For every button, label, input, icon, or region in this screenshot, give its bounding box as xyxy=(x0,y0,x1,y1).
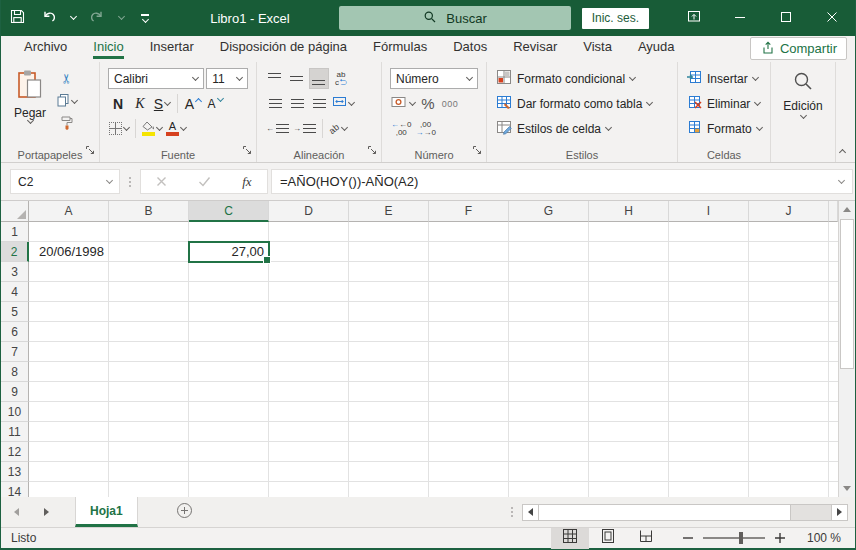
cell-F6[interactable] xyxy=(429,322,509,342)
cell-B11[interactable] xyxy=(109,422,189,442)
cell-I13[interactable] xyxy=(669,462,749,482)
share-button[interactable]: Compartir xyxy=(750,37,847,60)
cell-C14[interactable] xyxy=(189,482,269,497)
cell-I8[interactable] xyxy=(669,362,749,382)
cell-F3[interactable] xyxy=(429,262,509,282)
column-header-I[interactable]: I xyxy=(669,201,749,222)
column-header-C[interactable]: C xyxy=(189,201,269,222)
decrease-font-button[interactable]: A xyxy=(205,93,225,114)
cell-B5[interactable] xyxy=(109,302,189,322)
cell-G3[interactable] xyxy=(509,262,589,282)
cell-J8[interactable] xyxy=(749,362,829,382)
ribbon-display-options-button[interactable] xyxy=(671,0,717,36)
cell-H14[interactable] xyxy=(589,482,669,497)
cell-E12[interactable] xyxy=(349,442,429,462)
cell-B9[interactable] xyxy=(109,382,189,402)
cell-H7[interactable] xyxy=(589,342,669,362)
tab-vista[interactable]: Vista xyxy=(570,36,625,62)
cell-B2[interactable] xyxy=(109,242,189,262)
cell-B12[interactable] xyxy=(109,442,189,462)
cell-C3[interactable] xyxy=(189,262,269,282)
cell-D8[interactable] xyxy=(269,362,349,382)
save-button[interactable] xyxy=(1,0,33,36)
row-header-8[interactable]: 8 xyxy=(1,362,29,382)
cell-I14[interactable] xyxy=(669,482,749,497)
column-header-A[interactable]: A xyxy=(29,201,109,222)
cell-styles-button[interactable]: Estilos de celda xyxy=(491,116,673,141)
increase-font-button[interactable]: A xyxy=(183,93,203,114)
cell-D6[interactable] xyxy=(269,322,349,342)
vertical-scroll-thumb[interactable] xyxy=(840,219,854,369)
row-header-10[interactable]: 10 xyxy=(1,402,29,422)
cell-B4[interactable] xyxy=(109,282,189,302)
align-left-button[interactable] xyxy=(265,93,285,114)
insert-function-button[interactable]: fx xyxy=(242,174,251,190)
merge-center-button[interactable] xyxy=(331,93,355,114)
cell-E6[interactable] xyxy=(349,322,429,342)
cell-A2[interactable]: 20/06/1998 xyxy=(29,242,109,262)
cell-A1[interactable] xyxy=(29,222,109,242)
close-button[interactable] xyxy=(809,0,855,36)
cell-B13[interactable] xyxy=(109,462,189,482)
cell-F7[interactable] xyxy=(429,342,509,362)
column-header-B[interactable]: B xyxy=(109,201,189,222)
undo-dropdown[interactable] xyxy=(65,0,81,36)
cell-F14[interactable] xyxy=(429,482,509,497)
cell-J12[interactable] xyxy=(749,442,829,462)
cell-F13[interactable] xyxy=(429,462,509,482)
cell-D13[interactable] xyxy=(269,462,349,482)
cell-D11[interactable] xyxy=(269,422,349,442)
borders-button[interactable] xyxy=(108,118,130,139)
cell-H10[interactable] xyxy=(589,402,669,422)
cell-I4[interactable] xyxy=(669,282,749,302)
row-header-6[interactable]: 6 xyxy=(1,322,29,342)
cell-G7[interactable] xyxy=(509,342,589,362)
number-format-select[interactable]: Número xyxy=(390,68,478,89)
cell-G5[interactable] xyxy=(509,302,589,322)
cell-E10[interactable] xyxy=(349,402,429,422)
cell-I2[interactable] xyxy=(669,242,749,262)
cell-G12[interactable] xyxy=(509,442,589,462)
cell-C7[interactable] xyxy=(189,342,269,362)
cell-F2[interactable] xyxy=(429,242,509,262)
cell-I10[interactable] xyxy=(669,402,749,422)
bold-button[interactable]: N xyxy=(108,93,128,114)
cell-J1[interactable] xyxy=(749,222,829,242)
cell-J6[interactable] xyxy=(749,322,829,342)
cell-H11[interactable] xyxy=(589,422,669,442)
cell-D12[interactable] xyxy=(269,442,349,462)
cell-E8[interactable] xyxy=(349,362,429,382)
cell-J4[interactable] xyxy=(749,282,829,302)
underline-button[interactable]: S xyxy=(152,93,172,114)
percent-style-button[interactable]: % xyxy=(418,93,438,114)
cell-B3[interactable] xyxy=(109,262,189,282)
cell-D7[interactable] xyxy=(269,342,349,362)
cell-D2[interactable] xyxy=(269,242,349,262)
tab-revisar[interactable]: Revisar xyxy=(500,36,570,62)
cell-J2[interactable] xyxy=(749,242,829,262)
sign-in-button[interactable]: Inic. ses. xyxy=(582,8,649,29)
font-color-button[interactable]: A xyxy=(165,118,187,139)
cell-A4[interactable] xyxy=(29,282,109,302)
column-header-G[interactable]: G xyxy=(509,201,589,222)
cell-G1[interactable] xyxy=(509,222,589,242)
tab-insertar[interactable]: Insertar xyxy=(137,36,207,62)
tab-datos[interactable]: Datos xyxy=(440,36,500,62)
cell-G2[interactable] xyxy=(509,242,589,262)
scroll-right-button[interactable] xyxy=(831,504,848,521)
cell-C9[interactable] xyxy=(189,382,269,402)
new-sheet-button[interactable] xyxy=(172,497,198,527)
cell-E2[interactable] xyxy=(349,242,429,262)
row-header-2[interactable]: 2 xyxy=(1,242,29,262)
sheet-nav-right-button[interactable] xyxy=(31,497,61,527)
cell-J7[interactable] xyxy=(749,342,829,362)
undo-button[interactable] xyxy=(33,0,65,36)
cell-G10[interactable] xyxy=(509,402,589,422)
cell-A10[interactable] xyxy=(29,402,109,422)
cell-H9[interactable] xyxy=(589,382,669,402)
cell-B1[interactable] xyxy=(109,222,189,242)
tab-inicio[interactable]: Inicio xyxy=(80,36,136,62)
editing-button[interactable]: Edición xyxy=(775,66,831,118)
cell-D1[interactable] xyxy=(269,222,349,242)
cell-F10[interactable] xyxy=(429,402,509,422)
